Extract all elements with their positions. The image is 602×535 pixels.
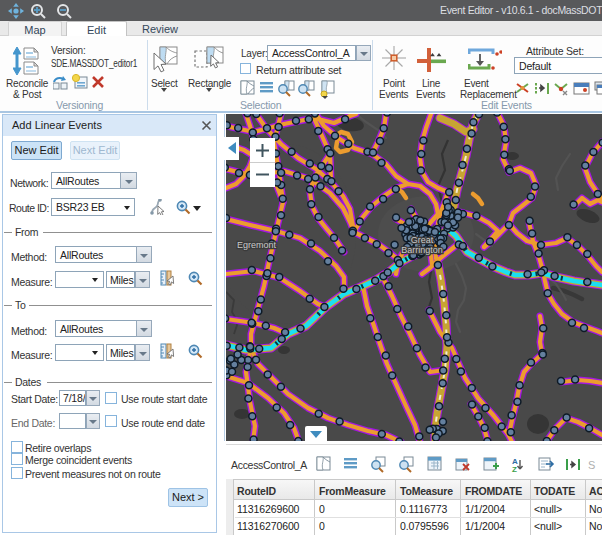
svg-text:S: S <box>588 459 595 471</box>
svg-text:Z: Z <box>512 465 517 473</box>
svg-text:Great: Great <box>411 235 434 245</box>
svg-text:Egremont: Egremont <box>237 240 277 250</box>
svg-text:Barrington: Barrington <box>401 245 443 255</box>
